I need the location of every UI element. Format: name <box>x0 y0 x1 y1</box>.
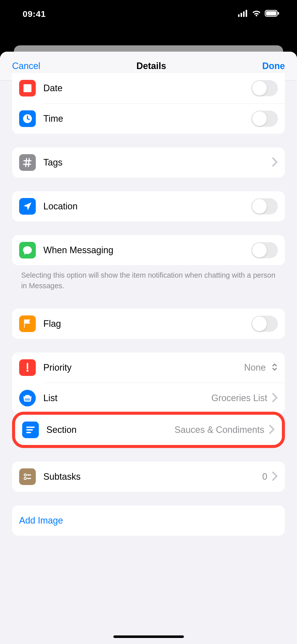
group-section: Section Sauces & Condiments <box>15 415 282 445</box>
row-list[interactable]: List Groceries List <box>12 383 285 413</box>
modal-sheet: Cancel Details Done Date Time <box>0 52 297 644</box>
status-time: 09:41 <box>23 9 46 19</box>
location-toggle[interactable] <box>251 198 278 214</box>
group-add-image: Add Image <box>12 505 285 536</box>
section-value: Sauces & Condiments <box>175 425 264 435</box>
list-icon <box>19 390 36 406</box>
svg-rect-1 <box>241 13 242 17</box>
date-label: Date <box>43 83 62 93</box>
section-label: Section <box>46 425 77 435</box>
row-subtasks[interactable]: Subtasks 0 <box>12 462 285 492</box>
flag-icon <box>19 315 36 332</box>
svg-point-8 <box>26 370 28 372</box>
flag-toggle[interactable] <box>251 316 278 332</box>
flag-label: Flag <box>43 318 61 329</box>
list-label: List <box>43 393 57 403</box>
priority-value: None <box>244 362 266 373</box>
row-time[interactable]: Time <box>12 104 285 134</box>
time-toggle[interactable] <box>251 111 278 127</box>
updown-icon <box>271 363 278 372</box>
messaging-toggle[interactable] <box>251 242 278 258</box>
group-messaging: When Messaging <box>12 235 285 265</box>
group-subtasks: Subtasks 0 <box>12 462 285 492</box>
svg-rect-5 <box>266 11 276 16</box>
priority-label: Priority <box>43 362 72 373</box>
hash-icon <box>19 154 36 171</box>
status-icons <box>238 10 279 18</box>
row-section[interactable]: Section Sauces & Condiments <box>15 415 282 445</box>
battery-icon <box>265 10 279 18</box>
subtasks-icon <box>19 468 36 485</box>
clock-icon <box>19 110 36 127</box>
priority-icon <box>19 359 36 376</box>
section-icon <box>22 422 39 438</box>
group-priority-list: Priority None List Groceries List <box>12 352 285 413</box>
chevron-right-icon <box>272 471 278 482</box>
row-date[interactable]: Date <box>12 73 285 103</box>
subtasks-value: 0 <box>262 471 267 482</box>
location-label: Location <box>43 201 78 212</box>
tags-label: Tags <box>43 157 62 168</box>
group-location: Location <box>12 191 285 221</box>
row-tags[interactable]: Tags <box>12 147 285 178</box>
group-datetime: Date Time <box>12 73 285 134</box>
chevron-right-icon <box>272 157 278 168</box>
chevron-right-icon <box>272 393 278 403</box>
date-toggle[interactable] <box>251 80 278 96</box>
done-button[interactable]: Done <box>262 61 285 71</box>
status-bar: 09:41 <box>0 0 297 28</box>
calendar-icon <box>19 80 36 96</box>
subtasks-label: Subtasks <box>43 471 81 482</box>
row-priority[interactable]: Priority None <box>12 352 285 383</box>
home-indicator <box>113 635 184 638</box>
svg-rect-6 <box>278 12 279 15</box>
group-tags: Tags <box>12 147 285 178</box>
row-messaging[interactable]: When Messaging <box>12 235 285 265</box>
svg-point-9 <box>24 474 26 476</box>
row-flag[interactable]: Flag <box>12 309 285 339</box>
wifi-icon <box>252 10 261 18</box>
nav-title: Details <box>137 61 166 71</box>
chevron-right-icon <box>269 425 275 435</box>
svg-rect-3 <box>246 10 247 17</box>
messaging-footer: Selecting this option will show the item… <box>12 265 285 291</box>
location-icon <box>19 198 36 215</box>
svg-rect-2 <box>243 11 245 17</box>
row-add-image[interactable]: Add Image <box>12 505 285 536</box>
svg-point-10 <box>24 477 26 480</box>
group-flag: Flag <box>12 309 285 339</box>
list-value: Groceries List <box>211 393 267 403</box>
modal-content: Date Time Tags <box>0 73 297 536</box>
svg-rect-0 <box>238 14 240 17</box>
time-label: Time <box>43 113 63 124</box>
message-icon <box>19 242 36 259</box>
section-highlight: Section Sauces & Condiments <box>12 412 285 448</box>
cellular-icon <box>238 10 248 18</box>
row-location[interactable]: Location <box>12 191 285 221</box>
add-image-label: Add Image <box>19 515 63 526</box>
cancel-button[interactable]: Cancel <box>12 61 40 71</box>
messaging-label: When Messaging <box>43 245 113 255</box>
